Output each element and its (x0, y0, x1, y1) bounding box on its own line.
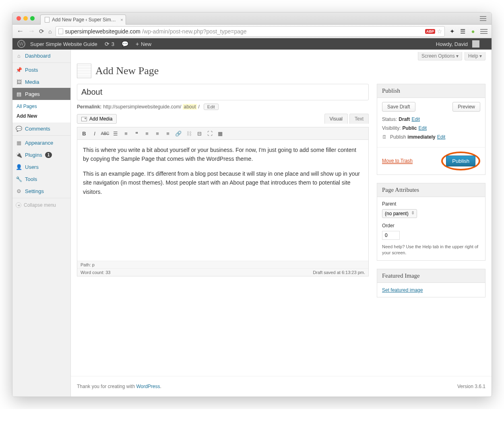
publish-button[interactable]: Publish (446, 156, 475, 166)
reload-button[interactable]: ⟳ (39, 28, 44, 35)
sidebar-item-dashboard[interactable]: ⌂Dashboard (12, 50, 70, 62)
sidebar-item-tools[interactable]: 🔧Tools (12, 173, 70, 185)
user-greeting[interactable]: Howdy, David (436, 40, 479, 48)
page-attributes-box: Page Attributes Parent (no parent) Order… (377, 183, 485, 261)
align-left-button[interactable]: ≡ (143, 129, 151, 138)
url-path: /wp-admin/post-new.php?post_type=page (142, 28, 247, 35)
submenu-add-new[interactable]: Add New (12, 111, 70, 121)
new-content-link[interactable]: +New (136, 41, 151, 47)
sidebar-label: Media (25, 79, 39, 85)
tools-icon: 🔧 (16, 176, 22, 182)
browser-menu-icon[interactable] (479, 14, 487, 23)
word-count: Word count: 33 (81, 270, 110, 275)
site-name-link[interactable]: Super Simple Website Guide (30, 41, 97, 47)
publish-label: Publish (390, 134, 406, 140)
edit-visibility-link[interactable]: Edit (418, 125, 427, 131)
page-icon: ▤ (16, 91, 22, 97)
number-list-button[interactable]: ≡ (122, 129, 130, 138)
content-paragraph: This is where you write a bit about your… (83, 145, 363, 164)
avatar-icon (472, 40, 479, 48)
bold-button[interactable]: B (80, 129, 89, 138)
submenu-all-pages[interactable]: All Pages (12, 102, 70, 111)
wordpress-logo-icon[interactable]: W (17, 40, 25, 48)
evernote-icon[interactable]: ● (470, 28, 476, 35)
visibility-row: Visibility: Public Edit (382, 125, 480, 131)
content-paragraph: This is an example page. It's different … (83, 169, 363, 196)
bookmark-star-icon[interactable]: ☆ (437, 28, 442, 35)
sidebar-item-posts[interactable]: 📌Posts (12, 64, 70, 76)
page-title-text: Add New Page (95, 65, 159, 77)
visibility-value: Public (402, 125, 417, 131)
editor: B I ABC ☰ ≡ ❝ ≡ ≡ ≡ 🔗 ⛓ (77, 127, 369, 276)
featured-image-box: Featured Image Set featured image (377, 269, 485, 297)
sidebar-label: Settings (25, 188, 44, 194)
media-icon (81, 117, 87, 121)
sidebar-label: Comments (25, 126, 50, 132)
status-label: Status: (382, 116, 397, 122)
sidebar-item-plugins[interactable]: 🔌Plugins1 (12, 149, 70, 161)
refresh-icon: ⟳ (105, 41, 109, 47)
sidebar-item-settings[interactable]: ⚙Settings (12, 185, 70, 197)
updates-link[interactable]: ⟳3 (105, 41, 114, 47)
wordpress-link[interactable]: WordPress (136, 384, 160, 389)
page-attributes-title: Page Attributes (377, 183, 485, 197)
comments-link[interactable]: 💬 (122, 41, 128, 47)
minimize-window-icon[interactable] (23, 16, 28, 21)
new-label: New (141, 41, 151, 47)
browser-tab-bar: Add New Page ‹ Super Sim… × (12, 12, 492, 25)
buffer-icon[interactable]: ☰ (459, 28, 466, 35)
close-window-icon[interactable] (17, 16, 21, 21)
permalink-slug: about (183, 104, 196, 110)
add-media-button[interactable]: Add Media (77, 114, 117, 124)
screen-meta-links: Screen Options ▾ Help ▾ (71, 50, 492, 60)
link-button[interactable]: 🔗 (174, 129, 183, 138)
collapse-menu-button[interactable]: ◂Collapse menu (12, 199, 70, 211)
sidebar-item-comments[interactable]: 💬Comments (12, 123, 70, 135)
align-right-button[interactable]: ≡ (163, 129, 172, 138)
maximize-window-icon[interactable] (30, 16, 35, 21)
order-input[interactable] (382, 231, 400, 240)
insert-more-button[interactable]: ⊟ (195, 129, 204, 138)
strikethrough-button[interactable]: ABC (101, 129, 109, 138)
back-button[interactable]: ← (17, 27, 24, 35)
sidebar-label: Plugins (25, 152, 42, 158)
url-field[interactable]: supersimplewebsiteguide.com/wp-admin/pos… (56, 26, 445, 37)
bullet-list-button[interactable]: ☰ (111, 129, 120, 138)
italic-button[interactable]: I (90, 129, 99, 138)
blockquote-button[interactable]: ❝ (132, 129, 141, 138)
editor-content[interactable]: This is where you write a bit about your… (77, 140, 368, 261)
set-featured-image-link[interactable]: Set featured image (382, 287, 423, 293)
move-to-trash-link[interactable]: Move to Trash (382, 158, 413, 164)
publish-box-title: Publish (377, 84, 485, 98)
pin-icon: 📌 (16, 66, 22, 73)
visual-tab[interactable]: Visual (324, 114, 348, 124)
extension-icon[interactable]: ✦ (449, 28, 455, 35)
sidebar-item-users[interactable]: 👤Users (12, 161, 70, 173)
plugins-count-badge: 1 (45, 152, 52, 158)
chrome-settings-icon[interactable] (480, 29, 487, 34)
browser-tab[interactable]: Add New Page ‹ Super Sim… × (40, 15, 126, 25)
preview-button[interactable]: Preview (452, 102, 480, 112)
window-controls[interactable] (17, 16, 35, 21)
close-tab-icon[interactable]: × (120, 17, 123, 22)
unlink-button[interactable]: ⛓ (184, 129, 193, 138)
fullscreen-button[interactable]: ⛶ (205, 129, 214, 138)
kitchen-sink-button[interactable]: ▦ (216, 129, 225, 138)
text-tab[interactable]: Text (349, 114, 369, 124)
home-button[interactable]: ⌂ (48, 28, 52, 35)
save-draft-button[interactable]: Save Draft (382, 102, 415, 112)
sidebar-item-appearance[interactable]: ▦Appearance (12, 137, 70, 149)
edit-schedule-link[interactable]: Edit (437, 134, 446, 140)
parent-select[interactable]: (no parent) (382, 209, 417, 218)
edit-slug-button[interactable]: Edit (204, 104, 219, 110)
help-button[interactable]: Help ▾ (465, 52, 485, 60)
comment-icon: 💬 (16, 125, 22, 132)
sidebar-item-media[interactable]: 🖼Media (12, 76, 70, 88)
edit-status-link[interactable]: Edit (411, 116, 420, 122)
sidebar-item-pages[interactable]: ▤Pages (12, 88, 70, 100)
editor-path: Path: p (77, 261, 368, 269)
adblock-icon[interactable]: ABP (425, 29, 435, 34)
post-title-input[interactable] (77, 84, 369, 100)
screen-options-button[interactable]: Screen Options ▾ (418, 52, 462, 60)
align-center-button[interactable]: ≡ (153, 129, 162, 138)
